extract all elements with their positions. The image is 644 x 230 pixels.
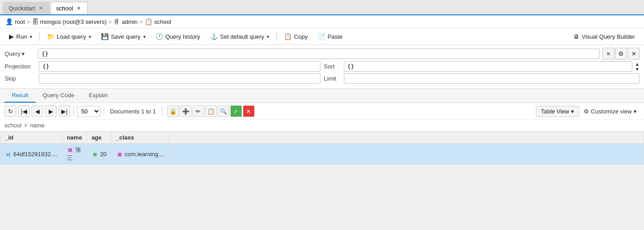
sort-up-arrow[interactable]: ▲ (635, 62, 639, 67)
skip-row: Skip (5, 73, 320, 84)
tab-school[interactable]: school ✕ (50, 2, 88, 14)
query-clear-icon[interactable]: ✕ (628, 48, 639, 59)
left-col: Projection Skip (5, 61, 320, 86)
table-header-row: _id name age _class (0, 132, 644, 144)
col-empty (169, 132, 644, 144)
projection-row: Projection (5, 61, 320, 72)
sort-row: Sort ▲ ▼ (324, 61, 640, 72)
save-query-button[interactable]: 💾 Save query ▾ (96, 31, 150, 42)
query-history-label: Query history (165, 33, 200, 40)
tab-quickstart-close[interactable]: ✕ (39, 5, 43, 11)
result-sep-1 (73, 107, 74, 116)
save-query-label: Save query (111, 33, 141, 40)
tab-quickstart[interactable]: Quickstart ✕ (3, 2, 50, 14)
breadcrumb-mongos: 🗄 mongos (root@3 servers) (32, 18, 107, 25)
query-input[interactable] (38, 49, 600, 59)
visual-query-builder-button[interactable]: 🖥 Visual Query Builder (569, 31, 639, 42)
refresh-button[interactable]: ↻ (5, 105, 16, 117)
breadcrumb-admin-label: admin (122, 18, 137, 25)
lock-icon-btn[interactable]: 🔒 (167, 105, 179, 117)
query-main-row: Query ▾ ≡ ⚙ ✕ (5, 48, 639, 59)
delete-button[interactable]: ✕ (243, 105, 255, 117)
view-dropdown-arrow: ▾ (571, 108, 574, 115)
tab-school-label: school (56, 5, 73, 12)
paste-button[interactable]: 📄 Paste (313, 31, 347, 42)
run-dropdown-arrow: ▾ (30, 34, 32, 39)
breadcrumb-root-label: root (15, 18, 25, 25)
copy-button[interactable]: 📋 Copy (279, 31, 312, 42)
load-query-label: Load query (57, 33, 86, 40)
copy-icon: 📋 (284, 33, 292, 40)
projection-input[interactable] (39, 61, 320, 72)
run-button[interactable]: ▶ Run ▾ (5, 31, 37, 42)
breadcrumb-sep-3: > (140, 18, 143, 25)
tab-result[interactable]: Result (5, 89, 36, 103)
breadcrumb-school: 📋 school (145, 18, 171, 25)
visual-query-builder-label: Visual Query Builder (582, 33, 635, 40)
table-row[interactable]: id64df15291932....⊞张三⊞20⊞com.learning...… (0, 144, 644, 165)
doc-count: Documents 1 to 1 (110, 108, 156, 115)
tab-query-code-label: Query Code (43, 92, 74, 99)
sort-input[interactable] (344, 61, 633, 72)
tab-explain-label: Explain (89, 92, 108, 99)
col-class: _class (111, 132, 169, 144)
load-dropdown-arrow: ▾ (89, 34, 91, 39)
tab-explain[interactable]: Explain (82, 89, 115, 103)
set-default-query-button[interactable]: ⚓ Set default query ▾ (206, 31, 274, 42)
query-dropdown-icon: ▾ (22, 50, 25, 57)
sep-1 (39, 32, 40, 41)
cell-value: 64df15291932.... (14, 151, 58, 158)
limit-label: Limit (324, 75, 341, 82)
prev-page-button[interactable]: ◀ (32, 105, 43, 117)
paste-label: Paste (328, 33, 343, 40)
edit-doc-button[interactable]: ✏ (192, 105, 204, 117)
visual-builder-icon: 🖥 (573, 33, 580, 40)
breadcrumb-sep-1: > (27, 18, 30, 25)
first-page-button[interactable]: |◀ (18, 105, 30, 117)
breadcrumb-sep-2: > (109, 18, 112, 25)
view-dropdown[interactable]: Table View ▾ (536, 106, 579, 117)
set-default-dropdown-arrow: ▾ (267, 34, 269, 39)
projection-label: Projection (5, 63, 36, 70)
view-label: Table View (541, 108, 569, 115)
tab-query-code[interactable]: Query Code (36, 89, 82, 103)
page-size-select[interactable]: 50 20 100 (77, 106, 100, 117)
sort-down-arrow[interactable]: ▼ (635, 67, 639, 72)
col-age: age (87, 132, 111, 144)
copy-doc-button[interactable]: 📋 (205, 105, 217, 117)
query-filter-icon[interactable]: ≡ (603, 48, 614, 59)
search-doc-button[interactable]: 🔍 (218, 105, 229, 117)
next-page-button[interactable]: ▶ (45, 105, 57, 117)
load-query-button[interactable]: 📁 Load query ▾ (42, 31, 96, 42)
copy-label: Copy (294, 33, 307, 40)
result-path-sep: > (24, 122, 29, 129)
result-field: name (30, 122, 45, 129)
right-col: Sort ▲ ▼ Limit (324, 61, 640, 84)
anchor-icon: ⚓ (210, 33, 218, 40)
run-icon: ▶ (9, 33, 14, 40)
tab-school-close[interactable]: ✕ (77, 5, 81, 11)
skip-label: Skip (5, 75, 36, 82)
sort-label: Sort (324, 63, 341, 70)
tab-quickstart-label: Quickstart (9, 5, 35, 12)
add-doc-button[interactable]: ➕ (180, 105, 192, 117)
last-page-button[interactable]: ▶| (59, 105, 70, 117)
cell-value: 20 (100, 151, 106, 158)
query-settings-icon[interactable]: ⚙ (615, 48, 627, 59)
customize-view-button[interactable]: ⚙ Customize view ▾ (581, 106, 639, 117)
query-history-button[interactable]: 🕐 Query history (151, 31, 205, 42)
save-icon: 💾 (101, 33, 109, 40)
breadcrumb-mongos-label: mongos (root@3 servers) (40, 18, 107, 25)
query-right-icons: ≡ ⚙ ✕ (603, 48, 639, 59)
paste-icon: 📄 (318, 33, 325, 40)
result-sep-3 (162, 107, 162, 116)
tab-bar: Quickstart ✕ school ✕ (0, 0, 644, 15)
query-label-dropdown[interactable]: Query ▾ (5, 50, 35, 57)
check-button[interactable]: ✓ (230, 105, 242, 117)
col-id: _id (0, 132, 62, 144)
breadcrumb-root: 👤 root (5, 18, 25, 25)
tab-result-label: Result (12, 92, 28, 99)
skip-input[interactable] (39, 73, 320, 84)
limit-input[interactable] (344, 73, 640, 84)
limit-row: Limit (324, 73, 640, 84)
